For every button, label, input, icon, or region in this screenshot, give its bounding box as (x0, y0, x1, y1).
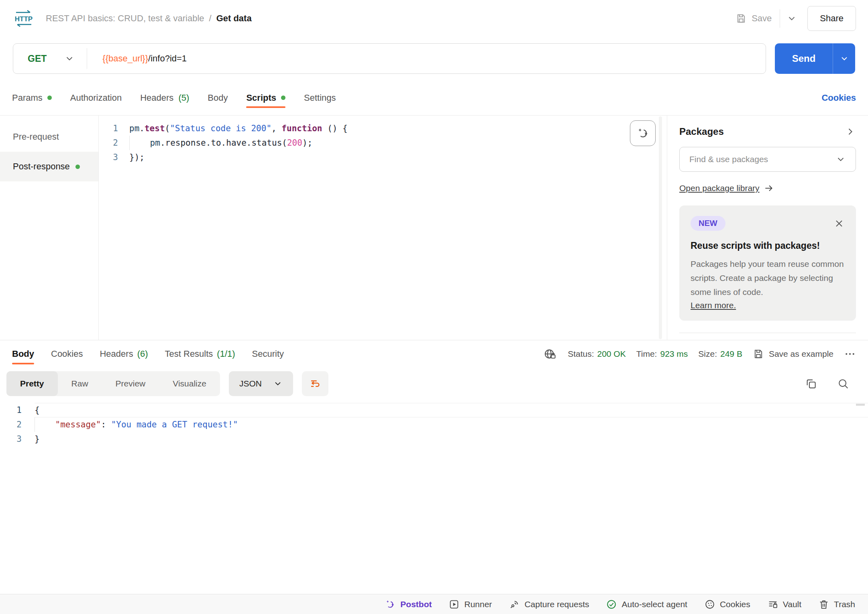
open-package-library-link[interactable]: Open package library (679, 183, 774, 193)
send-button-group: Send (775, 43, 855, 74)
url-box: GET {{base_url}}/info?id=1 (13, 43, 766, 74)
statusbar-postbot[interactable]: Postbot (385, 599, 432, 610)
response-headers-count: (6) (137, 349, 148, 359)
breadcrumb-separator: / (209, 13, 212, 24)
view-visualize[interactable]: Visualize (159, 371, 220, 396)
response-tab-cookies[interactable]: Cookies (51, 340, 83, 368)
statusbar-auto-select-agent[interactable]: Auto-select agent (606, 599, 687, 610)
save-as-example-button[interactable]: Save as example (753, 348, 833, 360)
response-tab-headers[interactable]: Headers(6) (100, 340, 148, 368)
response-meta: Status:200 OK Time:923 ms Size:249 B Sav… (544, 347, 856, 361)
floppy-icon (753, 348, 764, 360)
statusbar-trash[interactable]: Trash (818, 599, 855, 610)
postbot-editor-button[interactable] (630, 120, 656, 146)
runner-icon (448, 599, 460, 610)
url-input[interactable]: {{base_url}}/info?id=1 (87, 53, 766, 64)
save-button[interactable]: Save (727, 13, 780, 24)
status-field: Status:200 OK (568, 349, 626, 359)
code-line: 2 pm.response.to.have.status(200); (99, 136, 667, 150)
chevron-down-icon (786, 13, 797, 24)
method-select[interactable]: GET (13, 53, 87, 64)
postbot-icon (385, 599, 396, 610)
response-tab-test-results[interactable]: Test Results(1/1) (165, 340, 235, 368)
url-path: /info?id=1 (148, 53, 187, 63)
time-field: Time:923 ms (636, 349, 688, 359)
packages-header: Packages (679, 126, 856, 137)
view-raw[interactable]: Raw (58, 371, 102, 396)
promo-title: Reuse scripts with packages! (691, 240, 845, 251)
post-response-dot (75, 165, 80, 169)
tab-headers[interactable]: Headers(5) (140, 80, 189, 115)
request-tabs: Params Authorization Headers(5) Body Scr… (0, 80, 868, 115)
response-header: Body Cookies Headers(6) Test Results(1/1… (0, 340, 868, 368)
script-phase-rail: Pre-request Post-response (0, 116, 98, 340)
wrap-lines-button[interactable] (302, 371, 328, 396)
statusbar-vault[interactable]: Vault (767, 599, 801, 610)
tab-params[interactable]: Params (12, 80, 52, 115)
response-tab-body[interactable]: Body (12, 340, 34, 368)
breadcrumb-collection[interactable]: REST API basics: CRUD, test & variable (46, 13, 204, 24)
check-circle-icon (606, 599, 617, 610)
packages-promo-card: NEW Reuse scripts with packages! Package… (679, 205, 856, 321)
breadcrumb: REST API basics: CRUD, test & variable /… (46, 13, 252, 24)
search-icon[interactable] (837, 377, 850, 390)
cookies-link[interactable]: Cookies (821, 93, 856, 103)
rail-item-post-response[interactable]: Post-response (0, 152, 98, 181)
chevron-right-icon[interactable] (845, 126, 856, 137)
code-line: 3}); (99, 150, 667, 165)
headers-count: (5) (178, 93, 189, 103)
view-preview[interactable]: Preview (102, 371, 159, 396)
app-header: HTTP REST API basics: CRUD, test & varia… (0, 0, 868, 37)
globe-lock-icon[interactable] (544, 347, 557, 361)
tab-settings[interactable]: Settings (304, 80, 336, 115)
editor-scrollbar[interactable] (659, 116, 662, 339)
tab-scripts[interactable]: Scripts (246, 80, 285, 115)
line-number: 3 (99, 152, 129, 162)
scripts-workspace: Pre-request Post-response 1pm.test("Stat… (0, 115, 868, 340)
view-mode-segments: Pretty Raw Preview Visualize (6, 371, 220, 396)
format-select[interactable]: JSON (229, 371, 293, 396)
chevron-down-icon (64, 53, 75, 64)
rail-item-pre-request[interactable]: Pre-request (0, 122, 98, 152)
header-actions: Save Share (727, 6, 856, 31)
find-packages-select[interactable]: Find & use packages (679, 147, 856, 172)
response-body-viewer[interactable]: 1 { 2 "message": "You made a GET request… (0, 400, 868, 594)
url-variable: {{base_url}} (102, 53, 148, 63)
arrow-right-icon (764, 183, 774, 193)
statusbar-cookies[interactable]: Cookies (704, 599, 750, 610)
response-line: 1 { (0, 403, 868, 417)
line-number: 1 (0, 405, 35, 415)
capture-requests-icon (509, 599, 520, 610)
share-button[interactable]: Share (807, 6, 856, 31)
time-value: 923 ms (660, 349, 688, 359)
breadcrumb-request-name[interactable]: Get data (216, 13, 252, 24)
statusbar-runner[interactable]: Runner (448, 599, 492, 610)
line-number: 3 (0, 434, 35, 444)
statusbar-capture-requests[interactable]: Capture requests (509, 599, 589, 610)
send-options-chevron[interactable] (833, 43, 855, 74)
response-line: 3 } (0, 432, 868, 446)
line-number: 2 (0, 420, 35, 429)
chevron-down-icon (273, 379, 283, 388)
request-bar: GET {{base_url}}/info?id=1 Send (0, 37, 868, 80)
response-section: Body Cookies Headers(6) Test Results(1/1… (0, 340, 868, 594)
method-value: GET (28, 53, 47, 64)
more-options-icon[interactable] (844, 348, 856, 360)
view-pretty[interactable]: Pretty (6, 371, 58, 396)
promo-body: Packages help your team reuse common scr… (691, 257, 845, 299)
script-code-editor[interactable]: 1pm.test("Status code is 200", function … (98, 116, 667, 340)
response-tab-security[interactable]: Security (252, 340, 284, 368)
save-options-chevron[interactable] (780, 13, 803, 24)
find-packages-placeholder: Find & use packages (689, 155, 768, 164)
tab-authorization[interactable]: Authorization (70, 80, 122, 115)
floppy-icon (736, 13, 747, 24)
code-line: 1pm.test("Status code is 200", function … (99, 121, 667, 136)
learn-more-link[interactable]: Learn more. (691, 301, 736, 310)
close-icon[interactable] (833, 218, 845, 229)
copy-icon[interactable] (805, 377, 817, 390)
chevron-down-icon (835, 154, 846, 165)
response-toolbar: Pretty Raw Preview Visualize JSON (0, 368, 868, 400)
tab-body[interactable]: Body (208, 80, 228, 115)
send-button[interactable]: Send (775, 43, 833, 74)
trash-icon (818, 599, 829, 610)
